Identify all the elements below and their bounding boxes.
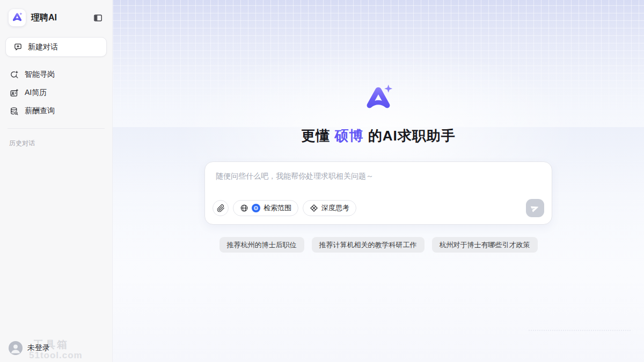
main-area: 更懂 硕博 的AI求职助手 xyxy=(113,0,644,362)
avatar xyxy=(9,341,23,355)
sidebar-divider xyxy=(8,128,105,129)
deep-think-button[interactable]: 深度思考 xyxy=(303,200,356,216)
globe-icon xyxy=(240,204,248,212)
scope-source-badge-icon xyxy=(252,204,260,212)
hero-section: 更懂 硕博 的AI求职助手 xyxy=(113,0,644,253)
sidebar-item-salary-query[interactable]: 薪酬查询 xyxy=(0,102,112,120)
decorative-dotted-line xyxy=(529,330,631,331)
suggestion-chips: 推荐杭州的博士后职位 推荐计算机相关的教学科研工作 杭州对于博士有哪些引才政策 xyxy=(219,237,538,253)
suggestion-chip[interactable]: 杭州对于博士有哪些引才政策 xyxy=(432,237,538,253)
hero-logo-icon xyxy=(362,84,394,115)
new-chat-label: 新建对话 xyxy=(28,42,58,52)
paperclip-icon xyxy=(217,204,225,212)
search-scope-button[interactable]: 检索范围 xyxy=(233,200,298,216)
user-footer[interactable]: 未登录 xyxy=(9,341,50,355)
chat-plus-icon xyxy=(13,42,23,52)
send-plane-icon xyxy=(530,203,541,214)
sidebar-item-ai-resume[interactable]: AI简历 xyxy=(0,84,112,102)
new-chat-button[interactable]: 新建对话 xyxy=(5,37,107,57)
message-input[interactable] xyxy=(205,162,552,194)
page-title: 更懂 硕博 的AI求职助手 xyxy=(301,127,455,145)
sidebar-header: 理聘AI xyxy=(0,0,112,26)
smart-search-icon xyxy=(9,70,19,79)
sidebar-item-label: 薪酬查询 xyxy=(25,106,55,116)
sidebar-menu: 智能寻岗 AI简历 xyxy=(0,65,112,120)
sidebar-item-job-search[interactable]: 智能寻岗 xyxy=(0,65,112,84)
composer-card: 检索范围 深度思考 xyxy=(204,161,552,225)
deep-think-label: 深度思考 xyxy=(321,203,349,213)
app-logo-icon xyxy=(11,12,23,24)
send-button[interactable] xyxy=(526,199,544,217)
login-status: 未登录 xyxy=(27,343,50,353)
suggestion-chip[interactable]: 推荐计算机相关的教学科研工作 xyxy=(312,237,425,253)
history-section-label: 历史对话 xyxy=(9,139,103,148)
composer-toolbar: 检索范围 深度思考 xyxy=(205,194,552,224)
suggestion-chip[interactable]: 推荐杭州的博士后职位 xyxy=(219,237,304,253)
app-title: 理聘AI xyxy=(31,12,86,24)
title-prefix: 更懂 xyxy=(301,128,334,144)
search-scope-label: 检索范围 xyxy=(264,203,291,213)
sidebar: 理聘AI 新建对话 xyxy=(0,0,113,362)
app-logo xyxy=(9,9,26,26)
attach-button[interactable] xyxy=(213,200,229,216)
sidebar-item-label: 智能寻岗 xyxy=(25,70,55,79)
title-suffix: 的AI求职助手 xyxy=(364,128,456,144)
database-search-icon xyxy=(9,106,19,116)
sidebar-collapse-icon[interactable] xyxy=(92,12,104,24)
sidebar-item-label: AI简历 xyxy=(25,88,47,98)
person-icon xyxy=(9,341,23,355)
resume-card-icon xyxy=(9,88,19,98)
title-highlight: 硕博 xyxy=(335,128,364,144)
deep-think-icon xyxy=(310,204,318,212)
